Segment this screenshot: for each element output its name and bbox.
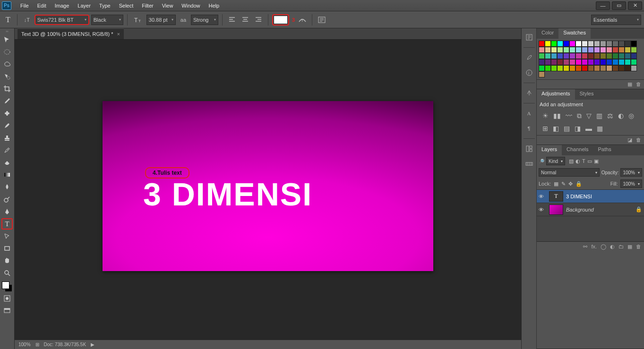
menu-type[interactable]: Type	[95, 1, 115, 10]
new-adj-layer-icon[interactable]: ◐	[610, 244, 615, 250]
visibility-icon[interactable]: 👁	[539, 207, 546, 213]
swatch-cell[interactable]	[588, 53, 594, 59]
menu-layer[interactable]: Layer	[73, 1, 95, 10]
timeline-icon[interactable]	[523, 158, 535, 170]
history-panel-icon[interactable]	[523, 31, 535, 43]
healing-tool[interactable]	[1, 108, 13, 119]
lock-position-icon[interactable]: ✥	[568, 181, 573, 187]
align-left-button[interactable]	[226, 15, 238, 25]
swatch-cell[interactable]	[545, 59, 551, 65]
quick-select-tool[interactable]	[1, 71, 13, 82]
swatch-cell[interactable]	[612, 65, 618, 71]
zoom-level[interactable]: 100%	[18, 342, 31, 347]
swatch-cell[interactable]	[594, 65, 600, 71]
warp-text-button[interactable]: T	[297, 15, 308, 25]
swatch-cell[interactable]	[563, 53, 569, 59]
swatch-cell[interactable]	[569, 53, 575, 59]
channel-mixer-icon[interactable]: ⊞	[542, 125, 548, 132]
swatch-cell[interactable]	[575, 59, 582, 65]
swatch-cell[interactable]	[557, 65, 563, 71]
font-family-dropdown[interactable]: Swis721 Blk BT ▾	[34, 15, 89, 25]
swatch-cell[interactable]	[563, 41, 569, 47]
new-layer-icon[interactable]: ▦	[627, 244, 632, 250]
menu-edit[interactable]: Edit	[33, 1, 51, 10]
minimize-button[interactable]: —	[596, 1, 610, 10]
adj-clip-icon[interactable]: ◪	[627, 137, 632, 143]
gradient-map-icon[interactable]: ▬	[585, 125, 592, 132]
swatch-cell[interactable]	[569, 65, 575, 71]
swatch-cell[interactable]	[569, 41, 575, 47]
swatch-cell[interactable]	[545, 41, 551, 47]
align-center-button[interactable]	[240, 15, 251, 25]
swatch-cell[interactable]	[631, 65, 637, 71]
link-layers-icon[interactable]: ⚯	[583, 244, 587, 250]
swatch-cell[interactable]	[551, 59, 557, 65]
curves-icon[interactable]: 〰	[566, 112, 572, 120]
history-brush-tool[interactable]	[1, 145, 13, 156]
swatch-cell[interactable]	[600, 65, 606, 71]
swatch-cell[interactable]	[594, 47, 600, 53]
swatch-cell[interactable]	[600, 53, 606, 59]
swatch-cell[interactable]	[625, 59, 631, 65]
swatch-cell[interactable]	[631, 47, 637, 53]
bw-icon[interactable]: ◐	[618, 112, 624, 120]
swatch-cell[interactable]	[594, 59, 600, 65]
antialias-dropdown[interactable]: Strong ▾	[191, 15, 218, 25]
close-button[interactable]: ✕	[628, 1, 642, 10]
swatch-cell[interactable]	[612, 59, 618, 65]
paragraph-panel-icon[interactable]: ¶	[523, 122, 535, 135]
swatches-tab[interactable]: Swatches	[558, 28, 591, 39]
swatch-cell[interactable]	[625, 65, 631, 71]
menu-help[interactable]: Help	[204, 1, 223, 10]
swatch-cell[interactable]	[569, 59, 575, 65]
swatch-cell[interactable]	[539, 41, 545, 47]
type-tool[interactable]: T 1	[1, 218, 13, 230]
lock-pixels-icon[interactable]: ✎	[561, 181, 566, 187]
text-color-button[interactable]	[272, 14, 289, 26]
swatch-cell[interactable]	[582, 41, 588, 47]
crop-tool[interactable]	[1, 83, 13, 94]
balance-icon[interactable]: ⚖	[607, 112, 613, 120]
swatch-cell[interactable]	[606, 59, 612, 65]
eraser-tool[interactable]	[1, 157, 13, 168]
swatch-cell[interactable]	[545, 53, 551, 59]
new-group-icon[interactable]: 🗀	[618, 244, 624, 250]
swatch-cell[interactable]	[594, 53, 600, 59]
eyedropper-tool[interactable]	[1, 95, 13, 107]
swatch-cell[interactable]	[575, 53, 582, 59]
menu-file[interactable]: File	[16, 1, 33, 10]
swatch-cell[interactable]	[551, 53, 557, 59]
zoom-tool[interactable]	[1, 267, 13, 279]
info-panel-icon[interactable]: i	[523, 67, 535, 79]
swatch-cell[interactable]	[582, 53, 588, 59]
visibility-icon[interactable]: 👁	[539, 194, 546, 199]
blend-mode-dropdown[interactable]: Normal▾	[539, 168, 600, 177]
swatch-cell[interactable]	[588, 47, 594, 53]
swatch-cell[interactable]	[618, 47, 625, 53]
filter-shape-icon[interactable]: ▭	[587, 158, 592, 164]
swatch-cell[interactable]	[575, 47, 582, 53]
swatch-cell[interactable]	[557, 47, 563, 53]
text-layer-content[interactable]: 3 DIMENSI	[143, 176, 312, 213]
menu-window[interactable]: Window	[177, 1, 204, 10]
path-select-tool[interactable]	[1, 230, 13, 242]
swatch-cell[interactable]	[588, 41, 594, 47]
color-tab[interactable]: Color	[537, 28, 558, 39]
lock-transparent-icon[interactable]: ▦	[554, 181, 558, 187]
swatch-cell[interactable]	[588, 65, 594, 71]
adj-delete-icon[interactable]: 🗑	[636, 137, 641, 143]
swatch-cell[interactable]	[606, 53, 612, 59]
swatch-cell[interactable]	[539, 65, 545, 71]
layer-thumbnail[interactable]	[549, 204, 563, 215]
adjustments-tab[interactable]: Adjustments	[537, 89, 575, 100]
vibrance-icon[interactable]: ▽	[586, 112, 592, 120]
filter-adj-icon[interactable]: ◐	[575, 158, 580, 164]
invert-icon[interactable]: ◧	[553, 125, 559, 132]
dodge-tool[interactable]	[1, 194, 13, 205]
swatch-cell[interactable]	[618, 65, 625, 71]
swatch-cell[interactable]	[563, 65, 569, 71]
character-panel-icon[interactable]	[523, 87, 535, 99]
brush-panel-icon[interactable]	[523, 51, 535, 64]
swatch-cell[interactable]	[625, 47, 631, 53]
exposure-icon[interactable]: ⧉	[577, 112, 582, 120]
